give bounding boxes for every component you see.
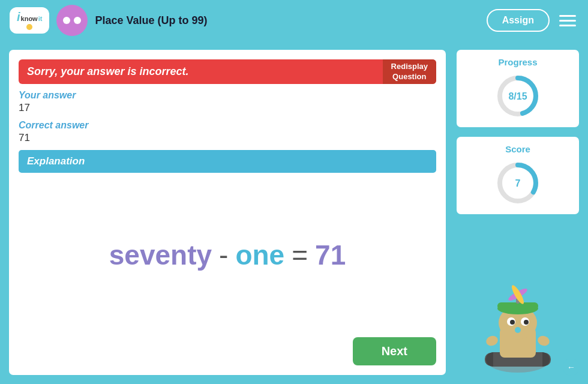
correct-answer-section: Correct answer 71 — [19, 120, 436, 144]
assign-button[interactable]: Assign — [487, 9, 550, 32]
your-answer-section: Your answer 17 — [19, 90, 436, 114]
equation: seventy - one = 71 — [109, 239, 346, 271]
hamburger-line-3 — [559, 25, 576, 26]
left-panel: Sorry, your answer is incorrect. Redispl… — [7, 48, 448, 377]
svg-point-16 — [524, 320, 529, 325]
explanation-bar: Explanation — [19, 150, 436, 173]
lesson-title: Place Value (Up to 99) — [95, 14, 479, 27]
robot-area: ← — [455, 222, 581, 377]
svg-point-15 — [510, 320, 515, 325]
score-title: Score — [466, 144, 569, 154]
progress-circle-svg: 8/15 — [494, 72, 542, 120]
logo: i know it — [10, 7, 49, 34]
back-arrow-icon: ← — [567, 362, 575, 372]
main-content: Sorry, your answer is incorrect. Redispl… — [0, 41, 588, 384]
logo-know: know — [21, 16, 38, 22]
avatar-dot-1 — [63, 17, 70, 24]
hamburger-menu-button[interactable] — [557, 13, 578, 29]
svg-point-10 — [485, 334, 499, 347]
your-answer-label: Your answer — [19, 90, 436, 101]
error-message: Sorry, your answer is incorrect. — [19, 59, 383, 84]
logo-it: it — [38, 16, 43, 22]
equation-dash: - — [219, 239, 228, 271]
equation-equals: = — [292, 239, 308, 271]
score-value-text: 7 — [515, 178, 521, 188]
next-button[interactable]: Next — [353, 337, 436, 365]
explanation-content: seventy - one = 71 — [19, 179, 436, 331]
logo-bulb — [26, 24, 32, 30]
right-panel: Progress 8/15 Score 7 — [455, 48, 581, 377]
correct-answer-label: Correct answer — [19, 120, 436, 131]
back-arrow-button[interactable]: ← — [563, 359, 580, 376]
robot-character — [467, 275, 569, 377]
hamburger-line-2 — [559, 20, 576, 22]
progress-widget: Progress 8/15 — [455, 48, 581, 129]
correct-answer-value: 71 — [19, 132, 436, 144]
score-circle-container: 7 — [466, 159, 569, 207]
score-circle-svg: 7 — [494, 159, 542, 207]
avatar-dots — [63, 17, 81, 24]
your-answer-value: 17 — [19, 102, 436, 114]
equation-result: 71 — [315, 239, 346, 271]
svg-point-11 — [536, 334, 551, 347]
equation-seventy: seventy — [109, 239, 212, 271]
logo-i: i — [17, 11, 20, 23]
header: i know it Place Value (Up to 99) Assign — [0, 0, 588, 41]
equation-one: one — [235, 239, 284, 271]
progress-title: Progress — [466, 57, 569, 67]
hamburger-line-1 — [559, 15, 576, 17]
avatar-dot-2 — [74, 17, 81, 24]
svg-point-17 — [515, 327, 521, 333]
progress-circle-container: 8/15 — [466, 72, 569, 120]
score-widget: Score 7 — [455, 135, 581, 216]
progress-value-text: 8/15 — [508, 91, 527, 101]
next-button-row: Next — [19, 337, 436, 365]
character-avatar — [56, 5, 88, 36]
redisplay-question-button[interactable]: RedisplayQuestion — [383, 59, 436, 84]
error-banner: Sorry, your answer is incorrect. Redispl… — [19, 59, 436, 84]
